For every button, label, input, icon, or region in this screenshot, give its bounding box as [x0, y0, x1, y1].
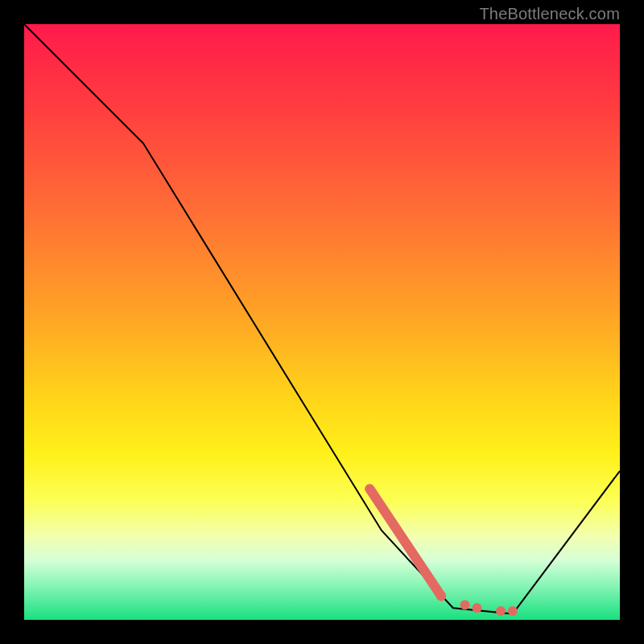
- chart-svg: [24, 24, 620, 620]
- highlight-dot: [472, 603, 481, 613]
- watermark-text: TheBottleneck.com: [479, 5, 620, 23]
- highlight-dot: [496, 606, 506, 616]
- chart-frame: TheBottleneck.com: [0, 0, 644, 644]
- highlight-dot: [508, 606, 518, 616]
- highlight-dot: [436, 591, 446, 601]
- main-curve-line: [24, 24, 620, 614]
- highlight-dot: [460, 601, 470, 610]
- highlight-segment: [369, 489, 441, 596]
- plot-area: [24, 24, 620, 620]
